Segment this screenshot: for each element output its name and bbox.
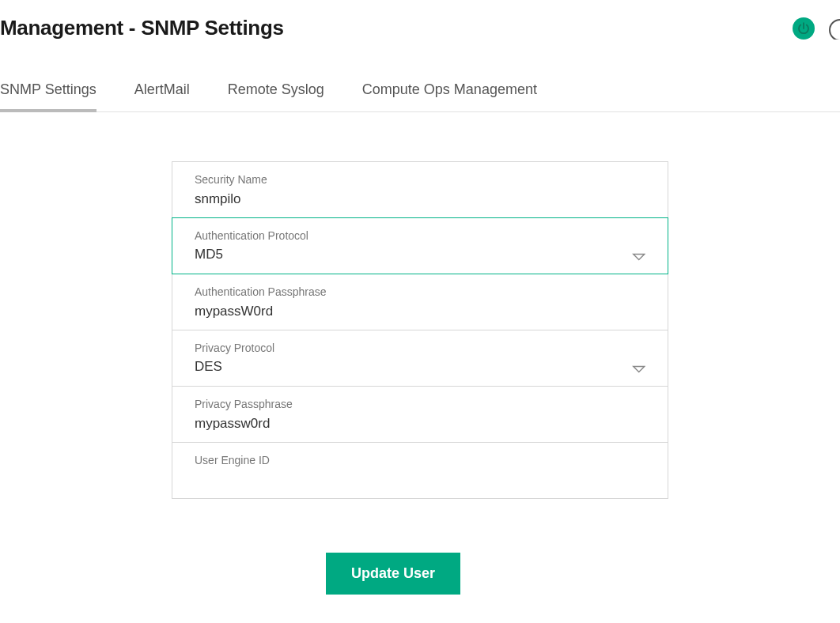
auth-protocol-value: MD5 — [195, 247, 632, 264]
tab-bar: SNMP Settings AlertMail Remote Syslog Co… — [0, 66, 840, 112]
snmp-user-form: Security Name Authentication Protocol MD… — [172, 161, 668, 499]
privacy-protocol-select[interactable]: DES — [195, 359, 645, 376]
form-actions: Update User — [0, 553, 840, 595]
security-name-label: Security Name — [195, 173, 645, 186]
auth-passphrase-label: Authentication Passphrase — [195, 285, 645, 298]
chevron-down-icon — [632, 251, 645, 260]
tab-compute-ops-management[interactable]: Compute Ops Management — [362, 81, 537, 112]
user-engine-id-field[interactable]: User Engine ID — [172, 443, 668, 498]
privacy-protocol-value: DES — [195, 359, 632, 376]
refresh-icon[interactable] — [829, 17, 840, 40]
tab-alertmail[interactable]: AlertMail — [134, 81, 190, 112]
tab-remote-syslog[interactable]: Remote Syslog — [228, 81, 324, 112]
update-user-button[interactable]: Update User — [326, 553, 460, 595]
page-title: Management - SNMP Settings — [0, 16, 284, 40]
security-name-input[interactable] — [195, 191, 645, 208]
auth-passphrase-input[interactable] — [195, 303, 645, 320]
chevron-down-icon — [632, 363, 645, 372]
auth-protocol-label: Authentication Protocol — [195, 229, 645, 242]
privacy-protocol-label: Privacy Protocol — [195, 342, 645, 354]
header-icons — [793, 17, 840, 40]
page-header: Management - SNMP Settings — [0, 0, 840, 56]
form-container: Security Name Authentication Protocol MD… — [0, 112, 840, 499]
security-name-field[interactable]: Security Name — [172, 162, 668, 218]
auth-passphrase-field[interactable]: Authentication Passphrase — [172, 274, 668, 330]
privacy-passphrase-input[interactable] — [195, 415, 645, 432]
tab-snmp-settings[interactable]: SNMP Settings — [0, 81, 96, 112]
privacy-protocol-field[interactable]: Privacy Protocol DES — [172, 330, 668, 387]
user-engine-id-label: User Engine ID — [195, 454, 645, 466]
auth-protocol-field[interactable]: Authentication Protocol MD5 — [172, 217, 668, 274]
privacy-passphrase-field[interactable]: Privacy Passphrase — [172, 387, 668, 443]
privacy-passphrase-label: Privacy Passphrase — [195, 398, 645, 410]
power-status-icon[interactable] — [793, 17, 815, 40]
auth-protocol-select[interactable]: MD5 — [195, 247, 645, 264]
user-engine-id-input[interactable] — [195, 471, 645, 489]
